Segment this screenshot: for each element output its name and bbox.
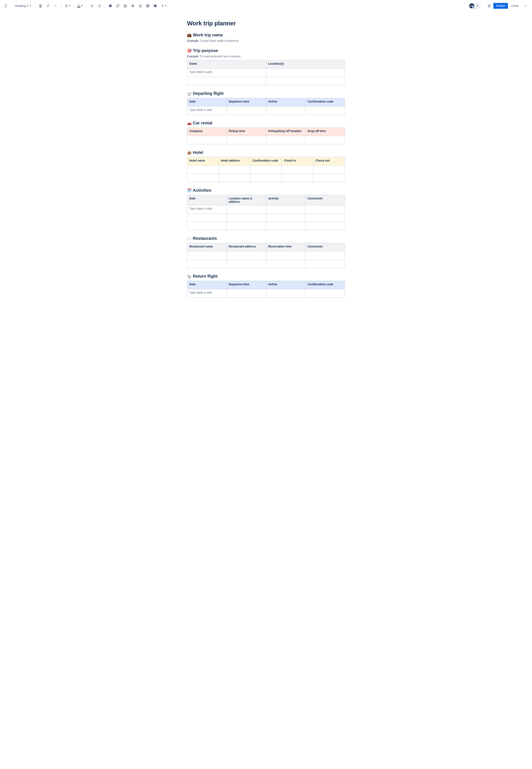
link-button[interactable]: [115, 2, 121, 9]
table-cell[interactable]: [266, 289, 305, 297]
section-return-flight[interactable]: 🛬 Return flight: [187, 274, 345, 279]
table-row[interactable]: [187, 136, 345, 144]
dates-locations-table[interactable]: Dates Location(s) Type /date to add: [187, 60, 345, 85]
departing-flight-table[interactable]: Date Departure time Airline Confirmation…: [187, 98, 345, 115]
table-header[interactable]: Date: [187, 98, 227, 106]
table-cell[interactable]: [227, 213, 266, 222]
table-row[interactable]: [187, 213, 345, 222]
user-avatar[interactable]: CK ✎: [469, 3, 475, 9]
table-cell[interactable]: [305, 205, 345, 213]
table-cell[interactable]: [250, 165, 282, 174]
table-header[interactable]: Restaurant address: [227, 243, 266, 251]
table-cell[interactable]: [282, 165, 313, 174]
table-cell[interactable]: [305, 222, 345, 230]
editor-content[interactable]: Work trip planner 💼 Work trip name Examp…: [187, 12, 345, 310]
table-header[interactable]: Departure time: [227, 281, 266, 289]
table-cell[interactable]: [305, 213, 345, 222]
table-cell[interactable]: [266, 222, 305, 230]
activities-table[interactable]: Date Location name & address Activity Co…: [187, 195, 345, 230]
table-cell[interactable]: [187, 222, 227, 230]
section-trip-name[interactable]: 💼 Work trip name: [187, 33, 345, 37]
layouts-button[interactable]: [152, 2, 159, 9]
table-header[interactable]: Confirmation code: [305, 281, 345, 289]
table-row[interactable]: [187, 251, 345, 260]
table-cell[interactable]: Type /date to add: [187, 205, 227, 213]
table-cell[interactable]: [219, 165, 250, 174]
table-cell[interactable]: [305, 106, 345, 115]
table-cell[interactable]: [313, 174, 345, 182]
more-actions-button[interactable]: [522, 2, 529, 9]
table-header[interactable]: Location name & address: [227, 195, 266, 205]
table-header[interactable]: Check in: [282, 157, 313, 165]
more-formatting-button[interactable]: [52, 2, 59, 9]
table-header[interactable]: Date: [187, 195, 227, 205]
trip-purpose-example[interactable]: Example: To meet potential new investors: [187, 55, 345, 58]
table-cell[interactable]: [227, 106, 266, 115]
table-cell[interactable]: [266, 213, 305, 222]
table-cell[interactable]: [227, 251, 266, 260]
table-cell[interactable]: [282, 174, 313, 182]
table-header[interactable]: Airline: [266, 281, 305, 289]
table-cell[interactable]: [227, 289, 266, 297]
table-cell[interactable]: [266, 77, 345, 85]
table-row[interactable]: [187, 165, 345, 174]
table-cell[interactable]: [187, 260, 227, 268]
confluence-logo[interactable]: [3, 3, 8, 8]
table-cell[interactable]: [305, 289, 345, 297]
table-cell[interactable]: [266, 136, 305, 144]
table-cell[interactable]: [313, 165, 345, 174]
table-header[interactable]: Comments: [305, 195, 345, 205]
table-cell[interactable]: [266, 205, 305, 213]
table-cell[interactable]: [227, 222, 266, 230]
align-button[interactable]: [63, 2, 71, 9]
table-row[interactable]: Type /date to add: [187, 289, 345, 297]
action-item-button[interactable]: [107, 2, 114, 9]
publish-button[interactable]: Publish: [493, 3, 508, 9]
table-cell[interactable]: [227, 205, 266, 213]
section-restaurants[interactable]: 🍽️ Restaurants: [187, 236, 345, 241]
insert-button[interactable]: [159, 2, 168, 9]
table-header[interactable]: Hotel address: [219, 157, 250, 165]
table-cell[interactable]: Type /date to add: [187, 106, 227, 115]
table-cell[interactable]: [187, 174, 219, 182]
hotel-table[interactable]: Hotel name Hotel address Confirmation co…: [187, 157, 345, 182]
table-cell[interactable]: [187, 251, 227, 260]
table-header[interactable]: Dates: [187, 60, 266, 69]
table-cell[interactable]: [227, 136, 266, 144]
emoji-button[interactable]: [137, 2, 144, 9]
table-header[interactable]: Comments: [305, 243, 345, 251]
table-header[interactable]: Company: [187, 128, 227, 136]
restaurants-table[interactable]: Restaurant name Restaurant address Reser…: [187, 243, 345, 268]
table-cell[interactable]: [266, 260, 305, 268]
table-cell[interactable]: [187, 165, 219, 174]
table-cell[interactable]: [187, 136, 227, 144]
section-activities[interactable]: 🗓️ Activities: [187, 188, 345, 193]
bold-button[interactable]: [37, 2, 44, 9]
table-row[interactable]: [187, 260, 345, 268]
section-hotel[interactable]: 🏨 Hotel: [187, 150, 345, 155]
table-header[interactable]: Pickup/drop off location: [266, 128, 305, 136]
table-cell[interactable]: Type /date to add: [187, 289, 227, 297]
table-header[interactable]: Airline: [266, 98, 305, 106]
add-collaborator-button[interactable]: [475, 3, 480, 9]
close-button[interactable]: Close: [509, 3, 521, 9]
page-title[interactable]: Work trip planner: [187, 20, 345, 27]
trip-name-example[interactable]: Example: CompuTown trade conference: [187, 39, 345, 42]
table-cell[interactable]: [305, 260, 345, 268]
table-cell[interactable]: [227, 260, 266, 268]
table-header[interactable]: Drop off time: [305, 128, 345, 136]
table-header[interactable]: Confirmation code: [305, 98, 345, 106]
table-header[interactable]: Activity: [266, 195, 305, 205]
restrictions-button[interactable]: [486, 2, 493, 9]
table-cell[interactable]: [187, 213, 227, 222]
table-cell[interactable]: [305, 136, 345, 144]
table-header[interactable]: Location(s): [266, 60, 345, 69]
return-flight-table[interactable]: Date Departure time Airline Confirmation…: [187, 281, 345, 297]
table-header[interactable]: Reservation time: [266, 243, 305, 251]
table-cell[interactable]: [187, 77, 266, 85]
table-row[interactable]: [187, 77, 345, 85]
section-departing-flight[interactable]: 🛫 Departing flight: [187, 91, 345, 96]
table-header[interactable]: Restaurant name: [187, 243, 227, 251]
table-row[interactable]: [187, 174, 345, 182]
table-cell[interactable]: [219, 174, 250, 182]
